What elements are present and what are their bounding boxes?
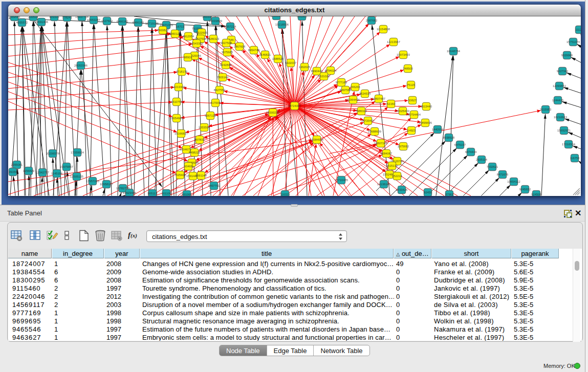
svg-text:7357224: 7357224 (225, 25, 236, 28)
svg-text:5322605: 5322605 (196, 31, 208, 34)
svg-text:53627: 53627 (408, 99, 417, 102)
svg-text:1733426: 1733426 (396, 188, 408, 191)
svg-text:92450: 92450 (424, 191, 432, 194)
svg-text:1244415: 1244415 (552, 99, 564, 102)
svg-text:1610755: 1610755 (171, 100, 183, 103)
svg-text:6466160: 6466160 (117, 20, 128, 23)
svg-text:19166827: 19166827 (175, 132, 188, 135)
svg-text:746266: 746266 (350, 85, 360, 89)
svg-text:39154: 39154 (9, 170, 17, 173)
svg-text:12213967: 12213967 (387, 40, 400, 43)
svg-text:1975692: 1975692 (398, 145, 409, 148)
svg-text:9498222: 9498222 (189, 151, 201, 154)
svg-text:15716485: 15716485 (335, 179, 348, 182)
svg-text:3267130: 3267130 (205, 114, 216, 117)
svg-text:9513440: 9513440 (421, 105, 432, 108)
svg-text:417006: 417006 (210, 101, 220, 104)
svg-text:6479197: 6479197 (454, 143, 466, 146)
svg-text:3215953: 3215953 (540, 108, 552, 111)
svg-text:10025433: 10025433 (396, 110, 409, 113)
svg-text:18724007: 18724007 (288, 104, 301, 107)
svg-text:1621022: 1621022 (318, 75, 330, 78)
svg-text:9777169: 9777169 (336, 81, 347, 84)
svg-text:20206578: 20206578 (46, 152, 59, 155)
svg-text:98901: 98901 (184, 56, 192, 59)
svg-text:6497568: 6497568 (340, 89, 352, 92)
svg-text:1691144: 1691144 (195, 174, 207, 177)
svg-text:7663822: 7663822 (157, 29, 169, 32)
svg-text:748500: 748500 (403, 67, 412, 70)
svg-text:991066: 991066 (182, 193, 191, 196)
svg-text:8471676: 8471676 (497, 173, 509, 176)
svg-text:2935114: 2935114 (476, 158, 488, 161)
svg-text:9245652: 9245652 (519, 188, 531, 191)
svg-text:2087682: 2087682 (366, 19, 378, 22)
svg-text:10899695: 10899695 (419, 121, 432, 124)
svg-text:21364436: 21364436 (346, 98, 360, 101)
svg-text:2718176: 2718176 (176, 70, 188, 73)
svg-text:7625402: 7625402 (175, 173, 186, 177)
svg-text:17359924: 17359924 (71, 151, 84, 154)
svg-text:12342757: 12342757 (36, 171, 49, 174)
svg-text:160338: 160338 (202, 16, 212, 18)
svg-text:19218506: 19218506 (275, 23, 289, 26)
svg-text:19384554: 19384554 (310, 138, 324, 141)
svg-text:1145194: 1145194 (51, 172, 63, 175)
svg-text:8938928: 8938928 (443, 136, 455, 139)
svg-text:6794024: 6794024 (325, 69, 337, 72)
svg-text:11121: 11121 (575, 28, 581, 31)
svg-text:230514: 230514 (28, 16, 38, 18)
svg-text:2867608: 2867608 (234, 45, 246, 48)
svg-text:1527602: 1527602 (101, 19, 113, 23)
svg-text:10807487: 10807487 (372, 97, 385, 100)
svg-text:10958107: 10958107 (100, 183, 113, 186)
svg-text:12213309: 12213309 (172, 85, 185, 89)
svg-text:252214: 252214 (392, 174, 402, 178)
svg-text:9227342: 9227342 (557, 70, 569, 73)
svg-text:10653287: 10653287 (87, 18, 100, 21)
svg-text:1156829: 1156829 (23, 169, 34, 172)
svg-text:9084067: 9084067 (381, 152, 393, 155)
svg-text:8813054: 8813054 (271, 16, 282, 17)
svg-text:8960123: 8960123 (169, 32, 181, 35)
svg-text:17016504: 17016504 (562, 143, 576, 146)
svg-text:28053346: 28053346 (74, 64, 88, 67)
svg-text:16210643: 16210643 (554, 116, 567, 119)
svg-text:778241: 778241 (62, 16, 72, 19)
svg-text:881305: 881305 (297, 16, 307, 18)
svg-text:5322037: 5322037 (285, 61, 297, 64)
svg-text:4055572: 4055572 (16, 21, 28, 24)
svg-text:903315: 903315 (49, 16, 59, 18)
svg-text:1615132: 1615132 (386, 164, 398, 167)
svg-text:10154808: 10154808 (377, 28, 390, 31)
svg-text:10719185: 10719185 (145, 22, 159, 25)
svg-text:905113: 905113 (148, 192, 158, 195)
svg-text:10654112: 10654112 (507, 180, 520, 183)
svg-text:8427552: 8427552 (214, 89, 226, 92)
svg-text:29300275: 29300275 (266, 111, 279, 114)
svg-text:15720407: 15720407 (361, 119, 375, 122)
svg-text:9242848: 9242848 (220, 63, 232, 67)
svg-text:8186323: 8186323 (208, 37, 220, 40)
svg-text:116323: 116323 (280, 193, 290, 196)
svg-text:18807249: 18807249 (374, 142, 387, 145)
svg-text:3624534: 3624534 (359, 92, 371, 95)
svg-text:93469: 93469 (184, 165, 192, 168)
svg-text:16543382: 16543382 (190, 42, 203, 45)
svg-text:12093872: 12093872 (553, 84, 566, 87)
svg-text:8912954: 8912954 (183, 35, 194, 38)
svg-text:19654983: 19654983 (170, 117, 183, 120)
svg-text:867833: 867833 (194, 138, 204, 141)
svg-text:116753: 116753 (570, 157, 580, 160)
svg-text:9327508: 9327508 (221, 41, 232, 45)
svg-text:75115: 75115 (407, 83, 415, 86)
svg-text:10688609: 10688609 (368, 130, 381, 133)
svg-text:6466160: 6466160 (133, 21, 144, 24)
svg-text:924506: 924506 (531, 193, 541, 196)
svg-text:1440934: 1440934 (432, 128, 444, 131)
svg-text:15751074: 15751074 (567, 40, 580, 43)
svg-text:7032621: 7032621 (487, 165, 498, 168)
svg-text:8454749: 8454749 (248, 49, 260, 52)
svg-text:1588520: 1588520 (272, 57, 284, 60)
svg-text:16648784: 16648784 (447, 50, 461, 53)
